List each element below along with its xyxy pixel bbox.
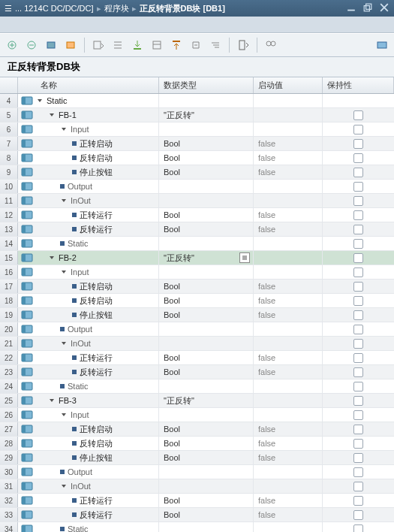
retain-checkbox[interactable] bbox=[353, 310, 363, 320]
retain-cell[interactable] bbox=[323, 479, 394, 493]
expand-icon[interactable] bbox=[60, 125, 68, 133]
type-cell[interactable] bbox=[159, 337, 254, 350]
type-cell[interactable] bbox=[159, 122, 254, 136]
start-value-cell[interactable]: false bbox=[254, 208, 323, 222]
retain-checkbox[interactable] bbox=[353, 467, 363, 477]
retain-checkbox[interactable] bbox=[353, 510, 363, 520]
retain-cell[interactable] bbox=[323, 208, 394, 222]
row-number[interactable]: 31 bbox=[0, 479, 18, 493]
retain-checkbox[interactable] bbox=[353, 325, 363, 334]
row-number[interactable]: 23 bbox=[0, 365, 18, 379]
table-row[interactable]: 31InOut bbox=[0, 479, 394, 494]
type-cell[interactable]: "正反转" bbox=[159, 394, 254, 407]
name-cell[interactable]: InOut bbox=[36, 479, 159, 493]
retain-cell[interactable] bbox=[323, 194, 394, 207]
row-number[interactable]: 16 bbox=[0, 265, 18, 279]
start-value-cell[interactable]: false bbox=[254, 451, 323, 464]
table-row[interactable]: 18反转启动Boolfalse bbox=[0, 294, 394, 308]
type-cell[interactable]: Bool bbox=[159, 222, 254, 236]
name-cell[interactable]: 反转启动 bbox=[36, 437, 159, 450]
retain-cell[interactable] bbox=[323, 365, 394, 379]
table-row[interactable]: 17正转启动Boolfalse bbox=[0, 280, 394, 294]
name-cell[interactable]: Static bbox=[36, 522, 159, 532]
retain-checkbox[interactable] bbox=[353, 425, 363, 434]
row-number[interactable]: 4 bbox=[0, 94, 18, 107]
type-cell[interactable] bbox=[159, 465, 254, 479]
retain-cell[interactable] bbox=[323, 451, 394, 464]
type-cell[interactable] bbox=[159, 322, 254, 336]
table-row[interactable]: 24Static bbox=[0, 379, 394, 394]
table-row[interactable]: 7正转启动Boolfalse bbox=[0, 137, 394, 151]
retain-checkbox[interactable] bbox=[353, 482, 363, 491]
start-value-cell[interactable] bbox=[254, 479, 323, 493]
start-value-cell[interactable] bbox=[254, 180, 323, 193]
toolbar-btn-1[interactable] bbox=[5, 38, 20, 53]
row-number[interactable]: 30 bbox=[0, 465, 18, 479]
retain-cell[interactable] bbox=[323, 422, 394, 436]
name-cell[interactable]: 停止按钮 bbox=[36, 165, 159, 179]
retain-cell[interactable] bbox=[323, 408, 394, 422]
start-value-cell[interactable]: false bbox=[254, 137, 323, 150]
col-retain[interactable]: 保持性 bbox=[323, 77, 394, 93]
retain-checkbox[interactable] bbox=[353, 396, 363, 406]
row-number[interactable]: 34 bbox=[0, 522, 18, 532]
name-cell[interactable]: Input bbox=[36, 122, 159, 136]
toolbar-btn-6[interactable] bbox=[110, 38, 125, 53]
name-cell[interactable]: Input bbox=[36, 265, 159, 279]
table-row[interactable]: 33反转运行Boolfalse bbox=[0, 508, 394, 522]
retain-cell[interactable] bbox=[323, 437, 394, 450]
retain-cell[interactable] bbox=[323, 165, 394, 179]
retain-cell[interactable] bbox=[323, 394, 394, 407]
type-cell[interactable]: Bool bbox=[159, 151, 254, 165]
col-rownum[interactable] bbox=[0, 77, 18, 93]
name-cell[interactable]: 停止按钮 bbox=[36, 308, 159, 322]
table-row[interactable]: 19停止按钮Boolfalse bbox=[0, 308, 394, 322]
retain-cell[interactable] bbox=[323, 465, 394, 479]
expand-icon[interactable] bbox=[60, 268, 68, 276]
expand-icon[interactable] bbox=[36, 97, 44, 104]
name-cell[interactable]: Input bbox=[36, 408, 159, 422]
type-cell[interactable]: Bool bbox=[159, 308, 254, 322]
retain-cell[interactable] bbox=[323, 94, 394, 107]
start-value-cell[interactable] bbox=[254, 237, 323, 250]
row-number[interactable]: 8 bbox=[0, 151, 18, 165]
type-cell[interactable] bbox=[159, 379, 254, 393]
type-cell[interactable]: "正反转" bbox=[159, 108, 254, 122]
name-cell[interactable]: Static bbox=[36, 94, 159, 107]
start-value-cell[interactable]: false bbox=[254, 222, 323, 236]
start-value-cell[interactable] bbox=[254, 379, 323, 393]
type-cell[interactable] bbox=[159, 180, 254, 193]
name-cell[interactable]: 正转运行 bbox=[36, 351, 159, 364]
toolbar-btn-11[interactable] bbox=[208, 38, 223, 53]
name-cell[interactable]: Output bbox=[36, 322, 159, 336]
start-value-cell[interactable] bbox=[254, 251, 323, 264]
retain-checkbox[interactable] bbox=[353, 268, 363, 277]
start-value-cell[interactable] bbox=[254, 122, 323, 136]
table-row[interactable]: 32正转运行Boolfalse bbox=[0, 494, 394, 508]
name-cell[interactable]: Static bbox=[36, 379, 159, 393]
name-cell[interactable]: Output bbox=[36, 465, 159, 479]
expand-icon[interactable] bbox=[48, 254, 56, 261]
name-cell[interactable]: FB-1 bbox=[36, 108, 159, 122]
start-value-cell[interactable]: false bbox=[254, 165, 323, 179]
name-cell[interactable]: Static bbox=[36, 237, 159, 250]
name-cell[interactable]: 反转启动 bbox=[36, 151, 159, 165]
table-row[interactable]: 29停止按钮Boolfalse bbox=[0, 451, 394, 465]
start-value-cell[interactable]: false bbox=[254, 422, 323, 436]
retain-cell[interactable] bbox=[323, 180, 394, 193]
retain-cell[interactable] bbox=[323, 137, 394, 150]
type-cell[interactable] bbox=[159, 94, 254, 107]
name-cell[interactable]: 反转启动 bbox=[36, 294, 159, 307]
table-row[interactable]: 9停止按钮Boolfalse bbox=[0, 165, 394, 180]
table-row[interactable]: 6Input bbox=[0, 122, 394, 137]
name-cell[interactable]: 正转运行 bbox=[36, 208, 159, 222]
type-cell[interactable]: Bool bbox=[159, 494, 254, 507]
name-cell[interactable]: FB-3 bbox=[36, 394, 159, 407]
row-number[interactable]: 5 bbox=[0, 108, 18, 122]
row-number[interactable]: 24 bbox=[0, 379, 18, 393]
row-number[interactable]: 17 bbox=[0, 280, 18, 293]
retain-cell[interactable] bbox=[323, 322, 394, 336]
name-cell[interactable]: 反转运行 bbox=[36, 365, 159, 379]
table-row[interactable]: 28反转启动Boolfalse bbox=[0, 437, 394, 451]
crumb-3[interactable]: 正反转背景DB块 [DB1] bbox=[140, 3, 225, 14]
